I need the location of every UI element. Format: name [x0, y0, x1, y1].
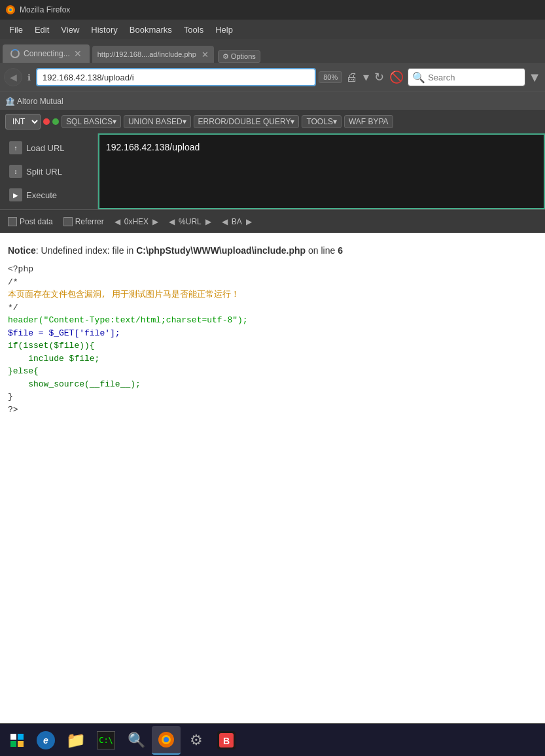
sqli-sql-basics[interactable]: SQL BASICS▾: [62, 115, 121, 128]
code-line-3: 本页面存在文件包含漏洞, 用于测试图片马是否能正常运行！: [8, 288, 537, 301]
referrer-label: Referrer: [75, 217, 104, 226]
start-btn[interactable]: [4, 727, 30, 753]
taskbar-terminal[interactable]: C:\: [92, 726, 120, 755]
taskbar-search[interactable]: 🔍: [122, 726, 150, 755]
taskbar-ie[interactable]: e: [31, 726, 60, 755]
execute-icon: ▶: [9, 188, 22, 201]
bookmarks-bar: 🏦 Altoro Mutual: [0, 92, 545, 110]
sqli-waf-bypass[interactable]: WAF BYPA: [344, 115, 393, 128]
taskbar-firefox[interactable]: [152, 726, 181, 755]
terminal-icon: C:\: [97, 731, 115, 749]
menu-edit[interactable]: Edit: [29, 22, 54, 37]
url-text: 192.168.42.138/upload/i: [43, 73, 134, 82]
bookmark-altoro[interactable]: 🏦 Altoro Mutual: [5, 97, 63, 106]
notice-label: Notice: [8, 245, 36, 256]
sqli-union-based[interactable]: UNION BASED▾: [124, 115, 191, 128]
dropdown-btn[interactable]: ▾: [362, 69, 370, 86]
code-line-4: */: [8, 301, 537, 315]
tabbar: Connecting... ✕ http://192.168....ad/inc…: [0, 39, 545, 63]
split-url-icon: ↕: [9, 165, 22, 178]
option-ba: ◀ BA ▶: [222, 217, 252, 226]
taskbar-burpsuite[interactable]: B: [212, 726, 241, 755]
zoom-badge: 80%: [319, 71, 342, 83]
info-btn[interactable]: ℹ: [25, 73, 33, 82]
tab-include-php[interactable]: http://192.168....ad/include.php ✕: [92, 46, 214, 63]
tab-include-label: http://192.168....ad/include.php: [97, 50, 196, 58]
download-icon: ▼: [528, 70, 541, 84]
sqli-error-double[interactable]: ERROR/DOUBLE QUERY▾: [194, 115, 300, 128]
navbar: ◀ ℹ 192.168.42.138/upload/i 80% 🖨 ▾ ↻ 🚫 …: [0, 63, 545, 92]
option-post-data: Post data: [8, 217, 53, 226]
windows-logo-icon: [10, 734, 24, 747]
block-icon: 🚫: [389, 71, 404, 84]
folder-icon: 📁: [66, 731, 86, 749]
0xhex-right-arrow[interactable]: ▶: [152, 217, 158, 226]
sqli-dot-red: [43, 118, 50, 125]
chevron-down-icon: ▾: [363, 71, 369, 84]
0xhex-label: 0xHEX: [122, 217, 151, 226]
code-line-10: show_source(__file__);: [8, 378, 537, 391]
sqli-url-input-area[interactable]: [98, 133, 545, 209]
taskbar: e 📁 C:\ 🔍 ⚙ B: [0, 723, 545, 756]
download-btn[interactable]: ▼: [528, 70, 541, 85]
ba-right-arrow[interactable]: ▶: [246, 217, 252, 226]
load-url-icon: ↑: [9, 141, 22, 154]
tab2-close-btn[interactable]: ✕: [202, 50, 209, 60]
post-data-checkbox[interactable]: [8, 217, 17, 226]
page-content: Notice: Undefined index: file in C:\phpS…: [0, 233, 545, 625]
menu-bookmarks[interactable]: Bookmarks: [124, 22, 177, 37]
titlebar: Mozilla Firefox: [0, 0, 545, 20]
taskbar-settings[interactable]: ⚙: [182, 726, 211, 755]
settings-icon: ⚙: [190, 732, 203, 749]
printer-icon: 🖨: [346, 71, 358, 84]
code-line-9: }else{: [8, 365, 537, 378]
refresh-icon: ↻: [374, 71, 384, 84]
ba-label: BA: [229, 217, 245, 226]
referrer-checkbox[interactable]: [63, 217, 73, 226]
menu-view[interactable]: View: [56, 22, 84, 37]
gear-icon: ⚙: [222, 52, 229, 60]
option-url-encode: ◀ %URL ▶: [169, 217, 211, 226]
url-bar[interactable]: 192.168.42.138/upload/i: [36, 68, 316, 86]
menubar: File Edit View History Bookmarks Tools H…: [0, 20, 545, 39]
menu-file[interactable]: File: [4, 22, 28, 37]
block-btn[interactable]: 🚫: [388, 69, 405, 86]
tab-options-area: ⚙ Options: [218, 50, 260, 63]
search-input[interactable]: [428, 73, 513, 82]
menu-history[interactable]: History: [86, 22, 122, 37]
options-btn[interactable]: ⚙ Options: [218, 50, 260, 63]
menu-tools[interactable]: Tools: [179, 22, 209, 37]
taskbar-explorer[interactable]: 📁: [62, 726, 90, 755]
burpsuite-icon: B: [217, 731, 236, 749]
code-block: <?php /* 本页面存在文件包含漏洞, 用于测试图片马是否能正常运行！ */…: [8, 263, 537, 416]
code-line-11: }: [8, 390, 537, 404]
sqli-tools[interactable]: TOOLS▾: [302, 115, 341, 128]
notice-text: : Undefined index: file in: [36, 245, 136, 256]
split-url-btn[interactable]: ↕ Split URL: [5, 162, 92, 180]
sqli-dot-green: [52, 118, 59, 125]
svg-point-5: [164, 737, 169, 742]
0xhex-left-arrow[interactable]: ◀: [114, 217, 120, 226]
sqli-url-input[interactable]: [106, 142, 537, 152]
tab-connecting-label: Connecting...: [24, 49, 70, 58]
info-icon: ℹ: [27, 73, 31, 82]
tab-close-btn[interactable]: ✕: [74, 48, 82, 59]
sqli-mode-select[interactable]: INT: [5, 114, 41, 129]
url-encode-right-arrow[interactable]: ▶: [205, 217, 211, 226]
firefox-taskbar-icon: [157, 730, 175, 749]
execute-btn[interactable]: ▶ Execute: [5, 186, 92, 204]
printer-icon-btn[interactable]: 🖨: [345, 69, 359, 86]
url-encode-left-arrow[interactable]: ◀: [169, 217, 175, 226]
refresh-btn[interactable]: ↻: [373, 69, 385, 86]
menu-help[interactable]: Help: [210, 22, 238, 37]
post-data-label: Post data: [20, 217, 53, 226]
search-icon: 🔍: [412, 71, 425, 84]
back-btn[interactable]: ◀: [4, 68, 22, 86]
code-line-1: <?php: [8, 263, 537, 276]
svg-text:B: B: [223, 736, 230, 746]
load-url-btn[interactable]: ↑ Load URL: [5, 139, 92, 157]
tab-connecting[interactable]: Connecting... ✕: [3, 44, 90, 63]
ba-left-arrow[interactable]: ◀: [222, 217, 228, 226]
svg-point-2: [9, 9, 12, 11]
tab-loading-icon: [10, 49, 20, 58]
